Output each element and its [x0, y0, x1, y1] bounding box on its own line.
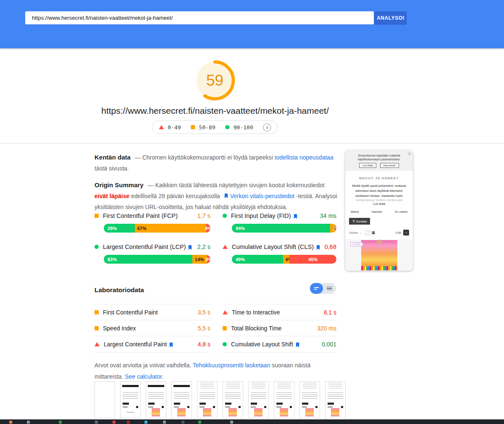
metric-value: 320 ms: [317, 325, 336, 332]
taskbar-icon[interactable]: [144, 421, 147, 424]
preview-nav-xl-mekot: XL-mekot: [395, 210, 407, 213]
filmstrip-frame[interactable]: [146, 381, 166, 418]
preview-filter-button: ☰ Suodata: [349, 218, 370, 225]
green-circle-icon: [94, 245, 99, 249]
legend-item-good: 90-100: [226, 124, 253, 131]
web-vitals-link[interactable]: Verkon vitals-perustiedot: [230, 193, 294, 199]
chevron-down-icon: ⌄: [359, 231, 362, 235]
filmstrip-frame[interactable]: [171, 381, 192, 418]
orange-square-icon: [94, 310, 99, 314]
preview-category-heading: MEKOT JA HAMEET: [345, 176, 413, 180]
taskbar-icon[interactable]: [127, 421, 130, 424]
taskbar-icon[interactable]: [181, 421, 184, 424]
green-circle-icon: [223, 214, 227, 218]
filmstrip-frame[interactable]: [248, 381, 269, 418]
url-input[interactable]: [25, 11, 374, 24]
header-bar: ANALYSOI: [0, 0, 504, 48]
lab-metric-tbt: Total Blocking Time 320 ms: [223, 320, 336, 336]
distribution-bar: 49% 6% 45%: [232, 255, 336, 264]
taskbar-icon[interactable]: [27, 421, 30, 424]
preview-description-faded: isompia kokoja! Ilmainen toimitus jopa: [345, 199, 413, 202]
preview-nav: Mekot Hameet XL-mekot: [345, 210, 413, 213]
distribution-bar: 83% 14% 3%: [104, 255, 210, 264]
orange-square-icon: [191, 125, 195, 129]
filmstrip-frame[interactable]: [299, 381, 320, 418]
filmstrip-frame[interactable]: [94, 381, 115, 418]
legend-item-average: 50-89: [191, 124, 215, 131]
filmstrip-frame[interactable]: [223, 381, 243, 418]
performance-score-value: 59: [194, 60, 235, 101]
metrics-view-button[interactable]: [310, 283, 323, 294]
bookmark-icon: [169, 342, 173, 348]
taskbar-icon[interactable]: [95, 421, 98, 424]
green-circle-icon: [226, 125, 230, 129]
filmstrip-frame[interactable]: [274, 381, 294, 418]
orange-square-icon: [223, 326, 227, 330]
metric-value: 1,7 s: [197, 212, 210, 219]
metric-value: 2,2 s: [197, 243, 210, 250]
preview-cookie-banner: Sivustollamme käytetään evästeitä käyttö…: [345, 150, 413, 171]
legend-item-fail: 0-49: [159, 124, 181, 131]
metric-value: 8,1 s: [324, 309, 336, 316]
preview-accept-button: Asia selvä!: [380, 163, 399, 168]
speed-data-link[interactable]: todellista nopeusdataa: [275, 154, 333, 161]
red-triangle-icon: [223, 245, 228, 249]
field-metric-fcp: First Contentful Paint (FCP) 1,7 s 29% 6…: [94, 211, 210, 233]
preview-read-more-button: Lue lisää: [359, 163, 376, 168]
analyze-button[interactable]: ANALYSOI: [374, 11, 407, 25]
metric-value: 34 ms: [320, 212, 337, 219]
taskbar-icon[interactable]: [230, 421, 233, 424]
preview-toolbar: Valitse ⌄ ▦ 1/56 ›: [345, 230, 413, 236]
taskbar[interactable]: [0, 419, 504, 424]
fail-text: eivät läpäise: [94, 193, 129, 199]
page-title: https://www.hersecret.fi/naisten-vaattee…: [0, 106, 430, 116]
bookmark-icon: [188, 245, 192, 250]
bookmark-icon: [295, 342, 300, 348]
bookmark-icon: [224, 193, 228, 199]
product-image: [361, 240, 397, 270]
field-data-heading: Kentän data: [94, 154, 131, 161]
grid-view-icon: [365, 230, 370, 235]
preview-page-indicator: 1/56: [395, 231, 401, 235]
preview-nav-hameet: Hameet: [372, 210, 382, 213]
lab-data-heading: Laboratoriodata: [94, 286, 144, 294]
taskbar-icon[interactable]: [59, 421, 62, 424]
distribution-bar: 29% 67% 4%: [104, 224, 210, 233]
filmstrip: [94, 381, 346, 418]
lab-metric-speed-index: Speed Index 5,5 s: [94, 320, 210, 336]
final-screenshot-preview: Sivustollamme käytetään evästeitä käyttö…: [345, 150, 413, 271]
taskbar-icon[interactable]: [198, 421, 201, 424]
metric-value: 0,001: [322, 341, 336, 348]
lab-metric-cls: Cumulative Layout Shift 0,001: [223, 336, 336, 353]
list-view-button[interactable]: [323, 283, 336, 294]
field-metric-fid: First Input Delay (FID) 34 ms 94% 5% 1%: [223, 211, 336, 233]
performance-score-gauge: 59: [194, 60, 235, 101]
filmstrip-frame[interactable]: [325, 381, 346, 418]
info-icon[interactable]: i: [263, 123, 271, 131]
red-triangle-icon: [159, 125, 164, 129]
distribution-bar: 94% 5% 1%: [232, 224, 336, 233]
pagespeed-insights-page: ANALYSOI 59 https://www.hersecret.fi/nai…: [0, 0, 504, 424]
filmstrip-frame[interactable]: [120, 381, 141, 418]
taskbar-icon[interactable]: [163, 421, 166, 424]
calculator-link[interactable]: See calculator: [125, 373, 162, 380]
filmstrip-frame[interactable]: [197, 381, 218, 418]
performance-scoring-link[interactable]: Tehokkuusprosentti lasketaan: [193, 362, 270, 369]
score-legend: 0-49 50-89 90-100 i: [152, 120, 278, 134]
close-icon: ✕: [407, 152, 411, 156]
lab-metric-fcp: First Contentful Paint 3,5 s: [94, 304, 210, 320]
taskbar-icon[interactable]: [113, 421, 116, 424]
origin-summary: Origin Summary — Kaikkien tästä lähteest…: [94, 180, 337, 212]
metric-value: 4,8 s: [198, 341, 210, 348]
red-triangle-icon: [94, 342, 100, 346]
new-badge: UUTTA: [350, 242, 363, 246]
field-metric-lcp: Largest Contentful Paint (LCP) 2,2 s 83%…: [94, 242, 210, 264]
field-metric-cls: Cumulative Layout Shift (CLS) 0,68 49% 6…: [223, 242, 336, 264]
lab-disclaimer: Arvot ovat arvioita ja voivat vaihdella.…: [94, 360, 337, 382]
metric-value: 3,5 s: [198, 309, 210, 316]
bookmark-icon: [293, 214, 298, 219]
bookmark-icon: [316, 245, 320, 250]
next-page-icon: ›: [403, 230, 409, 236]
lab-metric-tti: Time to Interactive 8,1 s: [223, 304, 336, 320]
taskbar-icon[interactable]: [9, 421, 12, 424]
